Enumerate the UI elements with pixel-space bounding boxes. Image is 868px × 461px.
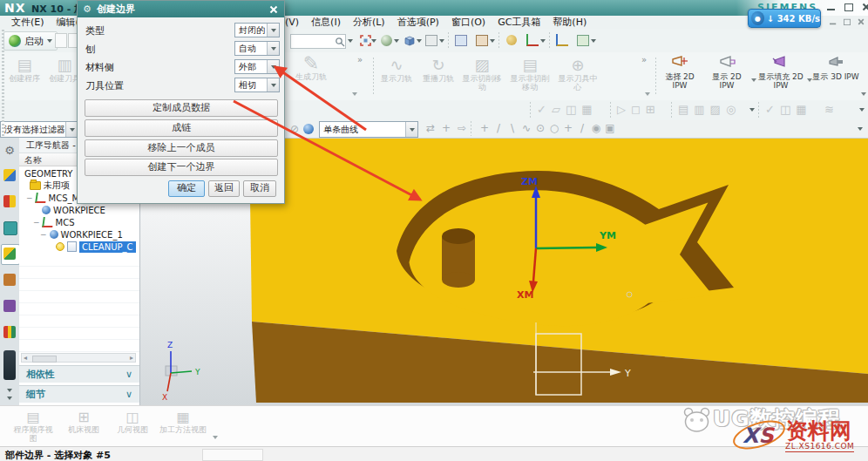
snap-toggle-icon[interactable] — [554, 32, 570, 48]
toolbar-icon[interactable]: ▦ — [581, 103, 592, 116]
back-button[interactable]: 返回 — [208, 180, 240, 197]
toolbar-icon[interactable]: ◎ — [726, 103, 736, 116]
create-program-button[interactable]: ▤ 创建程序 — [5, 57, 44, 83]
move-object-chevron-icon[interactable] — [490, 39, 495, 43]
start-button[interactable]: 启动 — [3, 31, 58, 51]
ipw-group-chevron-icon[interactable] — [861, 92, 866, 96]
details-section-header[interactable]: 细节 ∨ — [19, 385, 139, 403]
wave-icon[interactable]: ≋ — [824, 103, 834, 116]
constraint-navigator-icon[interactable] — [3, 195, 16, 207]
render-style-icon[interactable] — [378, 32, 394, 48]
remove-last-member-button[interactable]: 移除上一个成员 — [85, 139, 278, 157]
new-file-icon[interactable] — [55, 33, 67, 48]
toolbar-icon[interactable]: ◻ — [631, 103, 641, 116]
machine-tool-navigator-icon[interactable] — [3, 274, 16, 286]
move-object-icon[interactable] — [474, 32, 490, 48]
child-minimize-icon[interactable] — [829, 18, 837, 25]
no-snap-icon[interactable]: ⊘ — [288, 123, 302, 135]
child-close-icon[interactable] — [857, 18, 865, 25]
group2-chevron-icon[interactable] — [645, 92, 650, 96]
selection-filter-dropdown[interactable]: 没有选择过滤器 — [0, 121, 78, 138]
dependencies-section-header[interactable]: 相依性 ∨ — [19, 365, 139, 383]
snap-point-icon[interactable]: / — [575, 122, 589, 134]
machine-tool-view-button[interactable]: ⊞ 机床视图 — [61, 410, 106, 434]
material-side-dropdown[interactable]: 外部 — [234, 59, 280, 74]
expander-icon[interactable]: − — [26, 193, 33, 202]
row-end-chevron-icon[interactable] — [859, 108, 865, 112]
navigator-gear-icon[interactable]: ⚙ — [3, 145, 16, 157]
command-search-input[interactable] — [290, 34, 346, 49]
snap-point-icon[interactable]: ▣ — [603, 122, 617, 134]
assembly-navigator-icon[interactable] — [3, 169, 16, 181]
role-key-icon[interactable] — [504, 32, 519, 48]
curve-rule-dropdown[interactable]: 单条曲线 — [319, 121, 418, 138]
selection-tool-icon[interactable]: ⇄ — [424, 122, 437, 134]
window-layout-icon[interactable] — [424, 32, 439, 48]
group-chevron-icon[interactable] — [352, 92, 357, 96]
plane-dropdown[interactable]: 自动 — [234, 41, 280, 56]
menu-item[interactable]: 信息(I) — [305, 16, 347, 29]
tree-row-geometry[interactable]: GEOMETRY — [24, 167, 72, 180]
tool-position-dropdown[interactable]: 相切 — [234, 78, 280, 92]
geometry-view-button[interactable]: ◫ 几何视图 — [110, 410, 155, 434]
close-icon[interactable] — [861, 3, 868, 11]
tree-row-workpiece-1[interactable]: − WORKPIECE_1 — [40, 228, 123, 241]
tree-row-mcs[interactable]: − MCS — [33, 216, 75, 228]
views-more-chevron-icon[interactable] — [213, 436, 218, 439]
tree-row-unused[interactable]: 未用项 — [30, 180, 70, 192]
snap-point-icon[interactable]: ○ — [547, 122, 561, 134]
history-palette-icon[interactable] — [3, 350, 16, 380]
menu-item[interactable]: 分析(L) — [347, 16, 391, 29]
toolbar-icon[interactable]: ✓ — [765, 103, 775, 116]
navigator-hscrollbar[interactable]: ◂ ▸ — [21, 353, 136, 363]
menu-item[interactable]: 文件(E) — [5, 16, 51, 29]
group-chevron-icon[interactable] — [749, 108, 755, 112]
show-noncut-moves-button[interactable]: ▤ 显示非切削移动 — [507, 57, 553, 92]
part-navigator-icon[interactable] — [3, 221, 17, 235]
snap-point-icon[interactable]: + — [478, 122, 492, 134]
expander-icon[interactable]: − — [33, 218, 40, 227]
chain-button[interactable]: 成链 — [85, 119, 278, 137]
tree-row-cleanup[interactable]: CLEANUP_C — [56, 241, 136, 253]
ok-button[interactable]: 确定 — [168, 180, 205, 197]
restore-icon[interactable] — [844, 3, 854, 11]
measure-chevron-icon[interactable] — [591, 39, 596, 43]
toolbar-icon[interactable]: ◫ — [780, 103, 790, 116]
selection-tool-icon[interactable]: + — [439, 122, 453, 134]
show-tool-center-button[interactable]: ⊕ 显示刀具中心 — [556, 57, 600, 92]
resource-more-chevron-icon[interactable] — [7, 397, 12, 400]
snap-point-icon[interactable]: \ — [505, 122, 519, 134]
resource-more-chevron-icon[interactable] — [7, 389, 12, 392]
cancel-button[interactable]: 取消 — [243, 180, 276, 197]
net-speed-badge[interactable]: ● ↓ 342 KB/s — [748, 9, 821, 28]
generate-toolpath-button[interactable]: ✎ 生成刀轨 — [288, 55, 335, 81]
replay-toolpath-button[interactable]: ↻ 重播刀轨 — [418, 57, 458, 83]
snap-point-icon[interactable]: / — [492, 122, 505, 134]
snap-point-icon[interactable]: ⊙ — [533, 122, 547, 134]
operation-navigator-icon[interactable] — [3, 247, 16, 260]
toolbar-icon[interactable]: ⊞ — [646, 103, 655, 116]
toolbar-icon[interactable]: ✓ — [537, 103, 546, 116]
datum-axes-icon[interactable] — [525, 32, 540, 48]
toolbar-icon[interactable]: ◫ — [566, 103, 576, 116]
select-2d-ipw-button[interactable]: 选择 2D IPW — [659, 55, 701, 90]
program-order-view-button[interactable]: ▤ 程序顺序视图 — [10, 410, 56, 443]
orient-view-chevron-icon[interactable] — [417, 39, 422, 43]
datum-axes-chevron-icon[interactable] — [540, 39, 546, 43]
expander-icon[interactable]: − — [40, 230, 47, 239]
solid-body-filter-icon[interactable] — [303, 124, 314, 134]
minimize-icon[interactable] — [826, 3, 837, 11]
show-hide-icon[interactable] — [453, 32, 469, 48]
search-chevron-icon[interactable] — [348, 39, 353, 43]
reuse-library-icon[interactable] — [3, 326, 16, 338]
toolbar-icon[interactable]: ▤ — [678, 103, 688, 116]
type-dropdown[interactable]: 封闭的 — [234, 23, 280, 37]
selection-tool-icon[interactable]: ⇨ — [455, 122, 469, 134]
snap-point-icon[interactable]: ◉ — [589, 122, 603, 134]
group2-more-icon[interactable]: » — [641, 55, 647, 64]
toolbar-icon[interactable]: ▷ — [617, 103, 626, 116]
toolbar-icon[interactable]: ▨ — [710, 103, 721, 116]
menu-item[interactable]: 帮助(H) — [546, 16, 593, 29]
snap-point-icon[interactable]: ∿ — [519, 122, 533, 134]
measure-icon[interactable] — [575, 32, 591, 48]
